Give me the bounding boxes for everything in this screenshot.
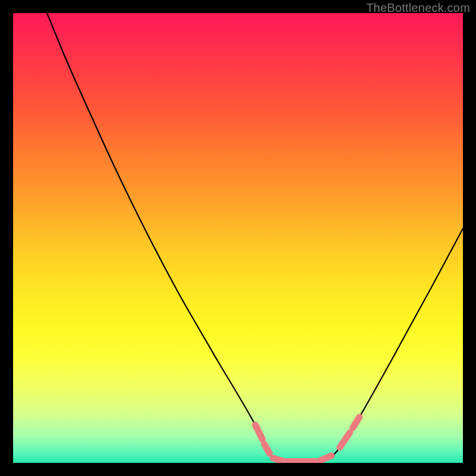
series-pink-marker-segments-seg-0 [255,425,262,439]
chart-frame: TheBottleneck.com [0,0,476,476]
plot-area [13,13,463,463]
series-pink-marker-segments-seg-1 [264,444,270,453]
series-left-branch [47,13,278,461]
series-pink-marker-segments-seg-6 [353,417,359,428]
series-pink-marker-segments-seg-4 [320,456,331,461]
curve-svg [13,13,463,463]
series-right-branch [322,228,463,461]
series-pink-marker-segments-seg-5 [340,433,350,447]
series-pink-marker-segments-seg-2 [273,458,283,461]
